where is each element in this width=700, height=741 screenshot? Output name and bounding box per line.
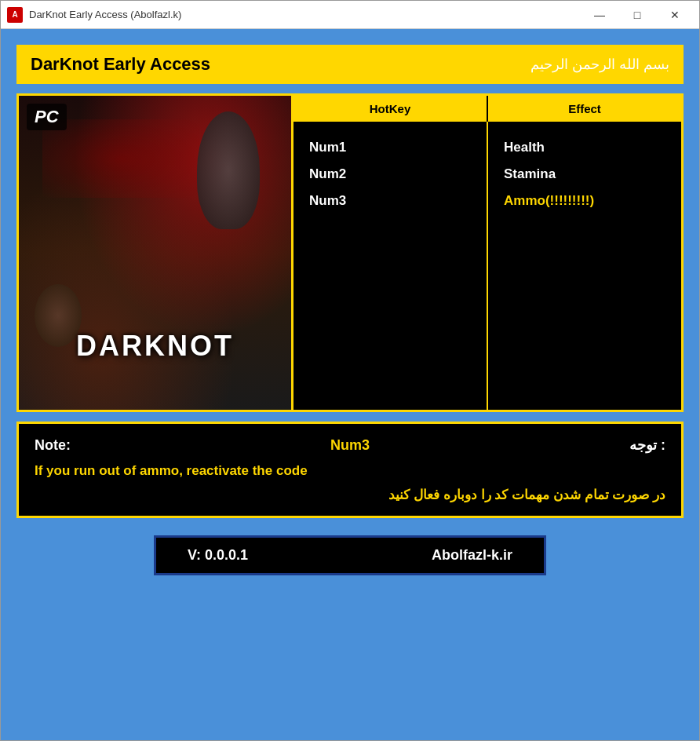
window-controls: — □ ✕ <box>582 3 693 27</box>
hotkey-panel: HotKey Effect Num1 Num2 Num3 Health Stam… <box>293 96 681 410</box>
website-text: Abolfazl-k.ir <box>432 547 512 564</box>
note-label: Note: <box>35 437 71 454</box>
key-num2: Num2 <box>309 161 471 188</box>
note-text-farsi: در صورت تمام شدن مهمات کد را دوباره فعال… <box>35 487 665 503</box>
effect-health: Health <box>504 134 665 161</box>
game-title: DARKNOT <box>19 330 291 363</box>
arabic-text: بسم الله الرحمن الرحيم <box>530 56 669 73</box>
close-button[interactable]: ✕ <box>657 3 693 27</box>
app-icon: A <box>7 7 23 23</box>
art-figure-1 <box>197 111 260 229</box>
note-section: Note: Num3 : توجه If you run out of ammo… <box>16 422 684 518</box>
footer-box: V: 0.0.0.1 Abolfazl-k.ir <box>154 535 546 575</box>
keys-column: Num1 Num2 Num3 <box>293 122 488 410</box>
note-key: Num3 <box>330 437 370 454</box>
app-title: DarKnot Early Access <box>31 54 210 75</box>
note-arabic-label: : توجه <box>629 436 665 454</box>
note-header-row: Note: Num3 : توجه <box>35 436 665 454</box>
middle-section: PC DARKNOT HotKey Effect Num1 Num2 Num3 … <box>16 93 684 412</box>
minimize-button[interactable]: — <box>582 3 618 27</box>
main-content: DarKnot Early Access بسم الله الرحمن الر… <box>1 29 699 740</box>
art-splatter <box>42 119 199 198</box>
effects-column: Health Stamina Ammo(!!!!!!!!!) <box>488 122 681 410</box>
maximize-button[interactable]: □ <box>619 3 655 27</box>
app-window: A DarKnot Early Access (Abolfazl.k) — □ … <box>0 0 700 741</box>
header-panel: DarKnot Early Access بسم الله الرحمن الر… <box>16 45 684 84</box>
effect-ammo: Ammo(!!!!!!!!!) <box>504 188 665 214</box>
window-title: DarKnot Early Access (Abolfazl.k) <box>29 9 582 20</box>
hotkey-header: HotKey Effect <box>293 96 681 122</box>
key-num3: Num3 <box>309 188 471 214</box>
game-image: PC DARKNOT <box>19 96 293 410</box>
effect-col-header: Effect <box>488 96 681 122</box>
effect-stamina: Stamina <box>504 161 665 188</box>
titlebar: A DarKnot Early Access (Abolfazl.k) — □ … <box>1 1 699 29</box>
pc-badge: PC <box>27 104 67 130</box>
note-text-english: If you run out of ammo, reactivate the c… <box>35 463 665 479</box>
version-text: V: 0.0.0.1 <box>188 547 248 564</box>
hotkey-body: Num1 Num2 Num3 Health Stamina Ammo(!!!!!… <box>293 122 681 410</box>
hotkey-col-header: HotKey <box>293 96 488 122</box>
key-num1: Num1 <box>309 134 471 161</box>
footer-section: V: 0.0.0.1 Abolfazl-k.ir <box>16 527 684 591</box>
